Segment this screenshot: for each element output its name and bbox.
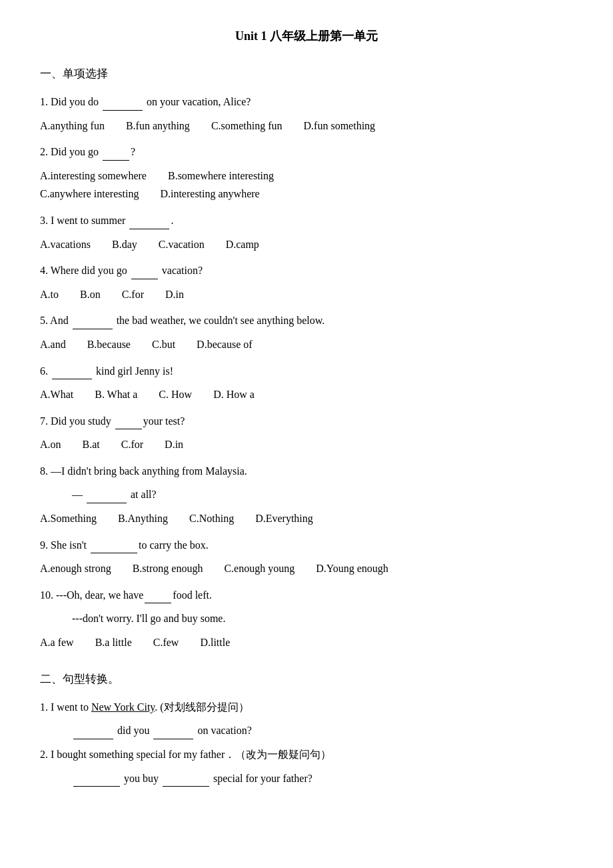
question-9: 9. She isn't to carry the box. [40,537,573,554]
section-2: 二、句型转换。 1. I went to New York City. (对划线… [40,670,573,787]
option-3b: B.day [112,236,137,253]
option-6b: B. What a [95,386,137,403]
section-2-header: 二、句型转换。 [40,670,573,688]
options-6: A.What B. What a C. How D. How a [40,386,573,403]
option-8b: B.Anything [118,510,168,527]
options-3: A.vacations B.day C.vacation D.camp [40,236,573,253]
option-2c: C.anywhere interesting [40,185,139,203]
question-8-line2: — at all? [72,486,573,503]
options-4: A.to B.on C.for D.in [40,286,573,303]
section-question-1-sub: did you on vacation? [72,722,573,739]
option-9a: A.enough strong [40,560,111,577]
options-1: A.anything fun B.fun anything C.somethin… [40,117,573,135]
option-1d: D.fun something [304,117,376,135]
options-2: A.interesting somewhere B.somewhere inte… [40,167,573,212]
option-6d: D. How a [213,386,255,403]
option-8d: D.Everything [255,510,313,527]
option-1c: C.something fun [211,117,283,135]
option-9c: C.enough young [224,560,295,577]
options-5: A.and B.because C.but D.because of [40,336,573,353]
option-2a: A.interesting somewhere [40,167,147,185]
option-10a: A.a few [40,634,74,651]
question-6: 6. kind girl Jenny is! [40,363,573,380]
options-10: A.a few B.a little C.few D.little [40,634,573,651]
option-5a: A.and [40,336,66,353]
option-3a: A.vacations [40,236,91,253]
question-10-line2: ---don't worry. I'll go and buy some. [72,610,573,627]
question-8-line1: 8. —I didn't bring back anything from Ma… [40,463,573,480]
option-5c: C.but [152,336,175,353]
option-2b: B.somewhere interesting [168,167,274,185]
section-1: 一、单项选择 1. Did you do on your vacation, A… [40,65,573,651]
options-9: A.enough strong B.strong enough C.enough… [40,560,573,577]
option-3c: C.vacation [159,236,205,253]
question-7: 7. Did you study your test? [40,413,573,430]
option-9d: D.Young enough [316,560,388,577]
option-1b: B.fun anything [126,117,190,135]
option-1a: A.anything fun [40,117,105,135]
section-question-2: 2. I bought something special for my fat… [40,746,573,763]
option-7c: C.for [121,436,143,453]
options-7: A.on B.at C.for D.in [40,436,573,453]
option-7b: B.at [83,436,100,453]
option-4b: B.on [80,286,101,303]
option-2d: D.interesting anywhere [160,185,259,203]
question-3: 3. I went to summer . [40,212,573,229]
option-9b: B.strong enough [133,560,203,577]
question-4: 4. Where did you go vacation? [40,262,573,279]
option-7d: D.in [165,436,183,453]
option-10c: C.few [153,634,179,651]
option-6c: C. How [159,386,192,403]
option-5b: B.because [87,336,131,353]
question-1: 1. Did you do on your vacation, Alice? [40,93,573,111]
option-10d: D.little [200,634,230,651]
option-7a: A.on [40,436,61,453]
section-question-2-sub: you buy special for your father? [72,770,573,787]
question-10-line1: 10. ---Oh, dear, we havefood left. [40,587,573,604]
option-4d: D.in [165,286,184,303]
question-2: 2. Did you go ? [40,143,573,161]
option-8a: A.Something [40,510,97,527]
option-10b: B.a little [95,634,132,651]
question-5: 5. And the bad weather, we couldn't see … [40,312,573,329]
option-8c: C.Nothing [189,510,234,527]
option-5d: D.because of [197,336,253,353]
section-question-1: 1. I went to New York City. (对划线部分提问） [40,699,573,716]
option-4c: C.for [122,286,144,303]
option-4a: A.to [40,286,59,303]
options-8: A.Something B.Anything C.Nothing D.Every… [40,510,573,527]
page-title: Unit 1 八年级上册第一单元 [40,27,573,46]
option-6a: A.What [40,386,73,403]
section-1-header: 一、单项选择 [40,65,573,83]
option-3d: D.camp [226,236,259,253]
